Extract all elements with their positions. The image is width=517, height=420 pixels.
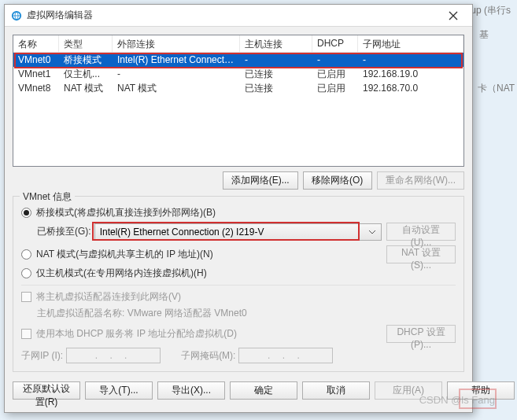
- app-icon: [11, 10, 22, 21]
- radio-nat-label: NAT 模式(与虚拟机共享主机的 IP 地址)(N): [36, 248, 213, 261]
- remove-network-button[interactable]: 移除网络(O): [303, 171, 372, 190]
- col-type[interactable]: 类型: [59, 35, 113, 52]
- radio-bridged-label: 桥接模式(将虚拟机直接连接到外部网络)(B): [36, 206, 216, 219]
- table-header: 名称 类型 外部连接 主机连接 DHCP 子网地址: [13, 35, 463, 53]
- col-subnet[interactable]: 子网地址: [358, 35, 463, 52]
- table-row[interactable]: VMnet1 仅主机... - 已连接 已启用 192.168.19.0: [13, 67, 463, 81]
- auto-settings-button: 自动设置(U)...: [386, 223, 456, 241]
- close-button[interactable]: [438, 6, 469, 26]
- restore-defaults-button[interactable]: 还原默认设置(R): [13, 381, 80, 400]
- cancel-button[interactable]: 取消: [302, 381, 370, 400]
- bridged-to-value: Intel(R) Ethernet Connection (2) I219-V: [100, 227, 264, 238]
- checkbox-dhcp: [21, 329, 31, 339]
- radio-hostonly[interactable]: [21, 268, 31, 278]
- checkbox-dhcp-label: 使用本地 DHCP 服务将 IP 地址分配给虚拟机(D): [36, 327, 237, 341]
- dialog-title: 虚拟网络编辑器: [27, 9, 438, 22]
- network-table[interactable]: 名称 类型 外部连接 主机连接 DHCP 子网地址 VMnet0 桥接模式 In…: [13, 35, 464, 167]
- col-name[interactable]: 名称: [13, 35, 59, 52]
- bridged-to-combo[interactable]: Intel(R) Ethernet Connection (2) I219-V: [94, 223, 382, 241]
- bg-text: 基: [479, 28, 489, 42]
- ok-button[interactable]: 确定: [230, 381, 297, 400]
- col-host[interactable]: 主机连接: [240, 35, 312, 52]
- bridged-to-label: 已桥接至(G):: [37, 225, 91, 238]
- radio-hostonly-label: 仅主机模式(在专用网络内连接虚拟机)(H): [36, 267, 207, 280]
- fieldset-legend: VMnet 信息: [20, 190, 75, 204]
- checkbox-host-adapter: [21, 292, 31, 302]
- subnet-mask-label: 子网掩码(M):: [181, 349, 235, 363]
- rename-network-button: 重命名网络(W)...: [377, 171, 464, 190]
- host-adapter-name: 主机虚拟适配器名称: VMware 网络适配器 VMnet0: [37, 307, 456, 320]
- vmnet-info-group: VMnet 信息 桥接模式(将虚拟机直接连接到外部网络)(B) 已桥接至(G):…: [13, 196, 464, 372]
- bg-text: up (串行s: [471, 4, 511, 17]
- radio-bridged[interactable]: [21, 208, 31, 218]
- export-button[interactable]: 导出(X)...: [157, 381, 225, 400]
- radio-nat[interactable]: [21, 249, 31, 260]
- table-row[interactable]: VMnet0 桥接模式 Intel(R) Ethernet Connectio.…: [13, 53, 463, 67]
- checkbox-host-adapter-label: 将主机虚拟适配器连接到此网络(V): [36, 290, 181, 304]
- bg-text: 卡（NAT: [478, 82, 517, 95]
- chevron-down-icon: [368, 230, 376, 234]
- nat-settings-button: NAT 设置(S)...: [386, 245, 456, 263]
- watermark: CSDN @ls Fang: [419, 394, 495, 406]
- add-network-button[interactable]: 添加网络(E)...: [223, 171, 298, 190]
- subnet-ip-input: . . .: [66, 348, 161, 363]
- dhcp-settings-button: DHCP 设置(P)...: [386, 325, 456, 343]
- col-external[interactable]: 外部连接: [113, 35, 240, 52]
- import-button[interactable]: 导入(T)...: [85, 381, 153, 400]
- titlebar: 虚拟网络编辑器: [5, 5, 472, 27]
- subnet-ip-label: 子网IP (I):: [21, 349, 63, 363]
- col-dhcp[interactable]: DHCP: [312, 35, 358, 52]
- table-row[interactable]: VMnet8 NAT 模式 NAT 模式 已连接 已启用 192.168.70.…: [13, 81, 463, 95]
- virtual-network-editor-dialog: 虚拟网络编辑器 名称 类型 外部连接 主机连接 DHCP 子网地址 VMnet0…: [4, 4, 473, 413]
- subnet-mask-input: . . .: [238, 348, 333, 363]
